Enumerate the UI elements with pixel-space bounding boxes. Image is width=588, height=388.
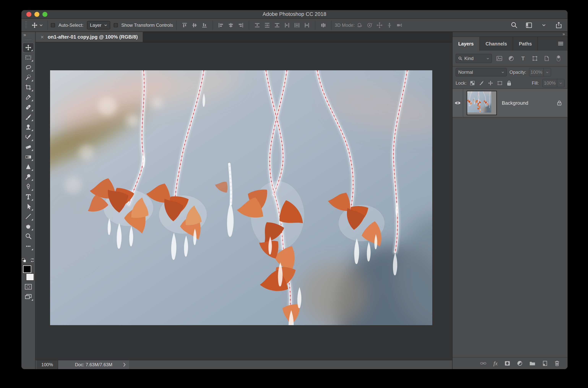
3d-roll-icon[interactable] [365, 20, 374, 30]
lock-all-icon[interactable] [507, 80, 512, 86]
marquee-tool[interactable] [23, 52, 34, 62]
foreground-color-swatch[interactable] [23, 265, 31, 273]
tools-collapse-chevron[interactable]: » [21, 32, 26, 38]
tab-channels[interactable]: Channels [480, 37, 513, 51]
distribute-left-edges-icon[interactable] [282, 20, 292, 30]
brush-tool[interactable] [23, 112, 34, 122]
screen-mode-button[interactable] [23, 292, 34, 302]
3d-camera-icon[interactable] [394, 20, 404, 30]
options-bar-grip[interactable] [25, 21, 27, 29]
canvas-image[interactable] [50, 70, 432, 325]
background-color-swatch[interactable] [26, 273, 34, 281]
blend-mode-dropdown[interactable]: Normal [456, 68, 507, 76]
move-tool[interactable] [23, 43, 34, 52]
lasso-tool[interactable] [23, 62, 34, 73]
document-sizes-status[interactable]: Doc: 7.63M/7.63M [58, 360, 129, 369]
filter-type-layers-icon[interactable]: T [519, 54, 527, 63]
current-tool-button[interactable] [30, 22, 44, 28]
zoom-level-field[interactable]: 100% [37, 360, 58, 369]
search-icon[interactable] [509, 20, 519, 30]
layer-style-icon[interactable]: fx [493, 360, 498, 367]
new-group-icon[interactable] [529, 361, 536, 366]
path-selection-tool[interactable] [23, 201, 34, 212]
fill-chevron[interactable] [557, 79, 564, 87]
auto-select-checkbox[interactable] [51, 23, 55, 27]
tools-panel-grip[interactable] [25, 38, 31, 41]
filter-pixel-layers-icon[interactable] [495, 54, 504, 63]
type-tool[interactable] [23, 192, 34, 201]
canvas-pasteboard[interactable] [36, 42, 452, 360]
panel-menu-icon[interactable] [558, 37, 567, 51]
lock-transparency-icon[interactable] [470, 81, 475, 86]
document-tab[interactable]: × on1-after-01 copy.jpg @ 100% (RGB/8) [36, 32, 143, 42]
minimize-window-button[interactable] [34, 12, 39, 17]
distribute-top-edges-icon[interactable] [252, 20, 262, 30]
layer-thumbnail[interactable] [467, 91, 497, 115]
filter-shape-layers-icon[interactable] [531, 54, 539, 63]
fill-field[interactable]: 100% [542, 79, 564, 87]
line-tool[interactable] [23, 212, 34, 221]
align-horizontal-centers-icon[interactable] [226, 20, 236, 30]
workspace-switcher-icon[interactable] [524, 20, 534, 30]
dodge-tool[interactable] [23, 172, 34, 182]
zoom-window-button[interactable] [42, 12, 48, 17]
align-vertical-centers-icon[interactable] [190, 20, 199, 30]
panels-collapse-chevron[interactable]: » [563, 32, 565, 36]
gradient-tool[interactable] [23, 152, 34, 162]
close-window-button[interactable] [26, 12, 31, 17]
swap-colors-icon[interactable] [29, 258, 35, 263]
new-adjustment-layer-icon[interactable] [517, 361, 522, 366]
align-right-edges-icon[interactable] [236, 20, 246, 30]
opacity-field[interactable]: 100% [529, 68, 551, 76]
edit-toolbar-button[interactable] [23, 241, 34, 251]
blur-tool[interactable] [23, 162, 34, 172]
3d-pan-icon[interactable] [374, 20, 385, 30]
eraser-tool[interactable] [23, 142, 34, 152]
filter-smart-objects-icon[interactable] [542, 54, 551, 63]
filter-kind-dropdown[interactable]: Kind [456, 54, 492, 63]
distribute-spacing-icon[interactable] [318, 20, 328, 30]
distribute-horizontal-centers-icon[interactable] [292, 20, 302, 30]
title-bar[interactable]: Adobe Photoshop CC 2018 [21, 10, 567, 19]
zoom-tool[interactable] [23, 231, 34, 241]
layer-row-background[interactable]: Background [453, 89, 567, 118]
add-layer-mask-icon[interactable] [505, 361, 510, 366]
layer-visibility-toggle[interactable] [453, 89, 463, 117]
default-colors-icon[interactable] [21, 258, 27, 263]
clone-stamp-tool[interactable] [23, 122, 34, 132]
close-tab-icon[interactable]: × [41, 34, 44, 40]
auto-select-target-dropdown[interactable]: Layer [87, 21, 110, 29]
tab-paths[interactable]: Paths [513, 37, 538, 51]
align-left-edges-icon[interactable] [216, 20, 226, 30]
workspace-chevron-icon[interactable] [539, 20, 549, 30]
align-bottom-edges-icon[interactable] [199, 20, 209, 30]
foreground-background-colors[interactable] [23, 265, 34, 282]
opacity-chevron[interactable] [543, 68, 551, 76]
quick-selection-tool[interactable] [23, 73, 34, 82]
crop-tool[interactable] [23, 82, 34, 92]
pen-tool[interactable] [23, 182, 34, 192]
lock-pixels-icon[interactable] [479, 80, 484, 86]
tab-layers[interactable]: Layers [453, 37, 480, 51]
hand-tool[interactable] [23, 221, 34, 231]
eyedropper-tool[interactable] [23, 92, 34, 102]
new-layer-icon[interactable] [542, 361, 548, 366]
quick-mask-button[interactable] [23, 282, 34, 292]
distribute-vertical-centers-icon[interactable] [262, 20, 272, 30]
filter-toggle-icon[interactable] [554, 54, 563, 63]
3d-orbit-icon[interactable] [355, 20, 365, 30]
distribute-bottom-edges-icon[interactable] [272, 20, 282, 30]
link-layers-icon[interactable] [480, 361, 487, 365]
spot-healing-brush-tool[interactable] [23, 102, 34, 112]
distribute-right-edges-icon[interactable] [302, 20, 312, 30]
lock-position-icon[interactable] [488, 80, 493, 86]
filter-adjustment-layers-icon[interactable] [507, 54, 515, 63]
history-brush-tool[interactable] [23, 132, 34, 142]
show-transform-checkbox[interactable] [114, 23, 118, 27]
share-icon[interactable] [554, 20, 564, 30]
status-chevron-icon[interactable] [123, 363, 126, 367]
lock-artboard-icon[interactable] [497, 80, 503, 86]
layer-name[interactable]: Background [502, 100, 528, 106]
align-top-edges-icon[interactable] [180, 20, 190, 30]
3d-slide-icon[interactable] [385, 20, 394, 30]
